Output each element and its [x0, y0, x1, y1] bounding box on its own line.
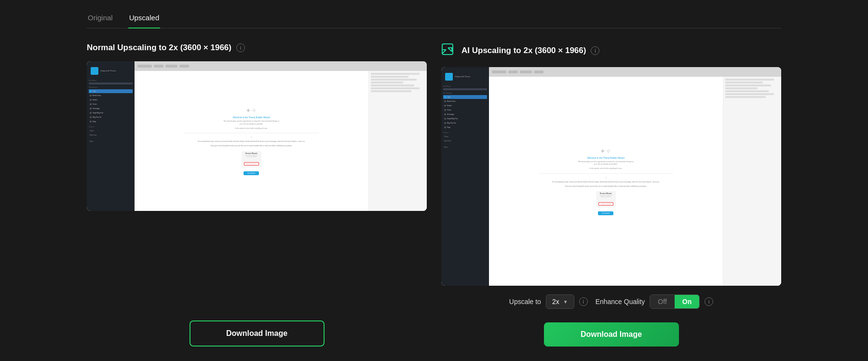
- ai-download-section: Download Image: [441, 322, 781, 347]
- ai-upscale-header: AI Upscaling to 2x (3600 × 1966) i: [441, 43, 781, 58]
- fake-restart-box: Restart Wizard Go to the 1st step andres…: [242, 151, 261, 167]
- fake-main-area: ✦✧ Welcome to the Theme Builder Wizard T…: [135, 61, 427, 211]
- enhance-off-option[interactable]: Off: [650, 295, 674, 308]
- tab-upscaled[interactable]: Upscaled: [128, 10, 161, 28]
- ai-download-button[interactable]: Download Image: [544, 322, 679, 347]
- normal-upscale-header: Normal Upscaling to 2x (3600 × 1966) i: [87, 43, 427, 53]
- normal-download-section: Download Image: [87, 320, 427, 347]
- upscale-label: Upscale to: [509, 298, 541, 305]
- fake-wand-icon: ✦✧: [245, 107, 257, 114]
- enhance-quality-control: Enhance Quality Off On i: [596, 294, 714, 309]
- ai-upscale-icon: [441, 43, 457, 58]
- enhance-toggle: Off On: [650, 294, 700, 309]
- ai-controls-area: Upscale to 2x ▼ i Enhance Quality Off On…: [441, 294, 781, 309]
- fake-wizard-area: ✦✧ Welcome to the Theme Builder Wizard T…: [135, 71, 368, 211]
- ai-upscale-column: AI Upscaling to 2x (3600 × 1966) i Shape…: [441, 43, 781, 347]
- normal-screenshot: Shapeshift Theme Site Wizard Site Struct…: [87, 61, 427, 211]
- ai-fake-main: ✦✧ Welcome to the Theme Builder Wizard T…: [489, 67, 781, 286]
- fake-wizard-subtitle: This wizard gives you the opportunity to…: [223, 120, 279, 125]
- fake-get-started-btn: Get Started!: [244, 171, 259, 175]
- normal-upscale-preview: Shapeshift Theme Site Wizard Site Struct…: [87, 61, 427, 211]
- ai-upscale-info-icon[interactable]: i: [591, 46, 599, 55]
- upscale-info-icon[interactable]: i: [579, 297, 588, 306]
- ai-upscale-preview: Shapeshift Theme Site Wizard Site Struct…: [441, 67, 781, 286]
- fake-sidebar-left: Shapeshift Theme Site Wizard Site Struct…: [87, 61, 135, 211]
- normal-upscale-info-icon[interactable]: i: [236, 43, 245, 52]
- normal-upscale-column: Normal Upscaling to 2x (3600 × 1966) i S…: [87, 43, 427, 347]
- svg-line-1: [448, 48, 452, 52]
- ai-fake-sidebar: Shapeshift Theme Site Wizard Site Struct…: [441, 67, 489, 286]
- fake-logo: [91, 67, 98, 75]
- fake-wizard-title: Welcome to the Theme Builder Wizard: [233, 116, 270, 119]
- ai-screenshot: Shapeshift Theme Site Wizard Site Struct…: [441, 67, 781, 286]
- fake-content-area: ✦✧ Welcome to the Theme Builder Wizard T…: [135, 71, 427, 211]
- upscale-value: 2x: [552, 298, 559, 305]
- tab-original[interactable]: Original: [87, 10, 114, 28]
- svg-line-2: [442, 50, 446, 54]
- enhance-label: Enhance Quality: [596, 298, 645, 305]
- fake-topbar: [135, 61, 427, 71]
- enhance-on-option[interactable]: On: [675, 295, 699, 308]
- normal-upscale-title: Normal Upscaling to 2x (3600 × 1966): [87, 43, 231, 53]
- dropdown-arrow-icon: ▼: [563, 299, 568, 305]
- upscale-control: Upscale to 2x ▼ i: [509, 294, 588, 309]
- fake-sidebar-header: Shapeshift Theme: [89, 65, 133, 77]
- upscale-dropdown[interactable]: 2x ▼: [546, 294, 574, 309]
- normal-download-button[interactable]: Download Image: [190, 320, 325, 347]
- enhance-info-icon[interactable]: i: [705, 297, 713, 306]
- fake-right-panel: [368, 71, 427, 211]
- tab-bar: Original Upscaled: [87, 10, 781, 28]
- ai-upscale-title: AI Upscaling to 2x (3600 × 1966): [461, 46, 586, 56]
- fake-description: You can upload your logo, choose your fa…: [198, 140, 305, 147]
